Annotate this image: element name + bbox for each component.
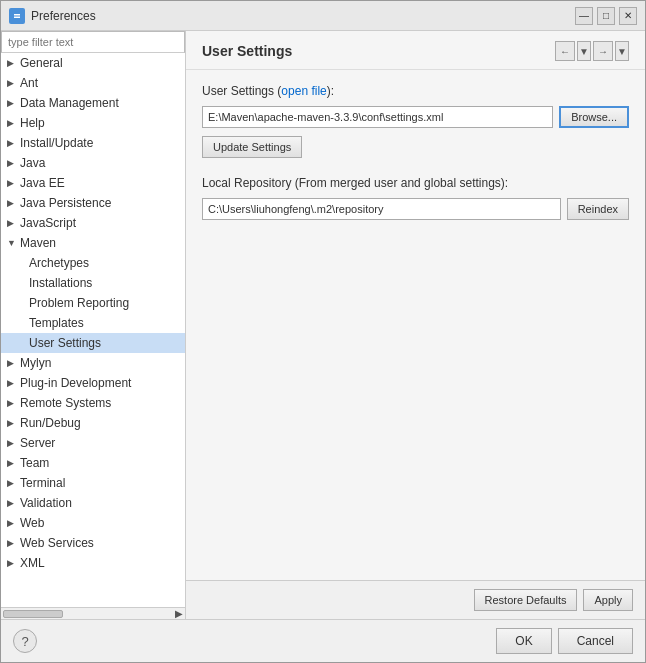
tree-scroll[interactable]: ▶ General ▶ Ant ▶ Data Management: [1, 53, 185, 607]
scroll-right-arrow[interactable]: ▶: [175, 608, 183, 619]
arrow-icon: ▶: [7, 418, 17, 428]
arrow-icon: ▶: [7, 458, 17, 468]
user-settings-text: User Settings (: [202, 84, 281, 98]
local-repo-input[interactable]: [202, 198, 561, 220]
tree-label: Help: [20, 116, 45, 130]
minimize-button[interactable]: —: [575, 7, 593, 25]
nav-forward-dropdown[interactable]: ▼: [615, 41, 629, 61]
arrow-icon: ▶: [7, 118, 17, 128]
tree-item-general[interactable]: ▶ General: [1, 53, 185, 73]
arrow-icon: ▶: [7, 358, 17, 368]
browse-button[interactable]: Browse...: [559, 106, 629, 128]
help-button[interactable]: ?: [13, 629, 37, 653]
tree-item-templates[interactable]: Templates: [1, 313, 185, 333]
dialog-footer: ? OK Cancel: [1, 619, 645, 662]
arrow-icon: ▶: [7, 138, 17, 148]
tree-item-ant[interactable]: ▶ Ant: [1, 73, 185, 93]
tree-label: Terminal: [20, 476, 65, 490]
restore-defaults-button[interactable]: Restore Defaults: [474, 589, 578, 611]
tree-item-terminal[interactable]: ▶ Terminal: [1, 473, 185, 493]
tree-label: Java EE: [20, 176, 65, 190]
tree-label: Install/Update: [20, 136, 93, 150]
tree-item-remote-systems[interactable]: ▶ Remote Systems: [1, 393, 185, 413]
tree-label: Maven: [20, 236, 56, 250]
content-area: ▶ General ▶ Ant ▶ Data Management: [1, 31, 645, 619]
page-title: User Settings: [202, 43, 292, 59]
settings-path-input[interactable]: [202, 106, 553, 128]
nav-back-dropdown[interactable]: ▼: [577, 41, 591, 61]
tree-label: Server: [20, 436, 55, 450]
tree-label: Web: [20, 516, 44, 530]
title-controls: — □ ✕: [575, 7, 637, 25]
tree-label: Templates: [29, 316, 84, 330]
horizontal-scrollbar[interactable]: ▶: [1, 607, 185, 619]
arrow-icon: ▶: [7, 78, 17, 88]
ok-button[interactable]: OK: [496, 628, 551, 654]
tree-label: Plug-in Development: [20, 376, 131, 390]
tree-label: Team: [20, 456, 49, 470]
arrow-icon: ▶: [7, 158, 17, 168]
tree-item-maven[interactable]: ▼ Maven: [1, 233, 185, 253]
tree-label: Java: [20, 156, 45, 170]
title-bar: Preferences — □ ✕: [1, 1, 645, 31]
tree-item-java[interactable]: ▶ Java: [1, 153, 185, 173]
tree-item-server[interactable]: ▶ Server: [1, 433, 185, 453]
filter-input[interactable]: [1, 31, 185, 53]
tree-item-java-persistence[interactable]: ▶ Java Persistence: [1, 193, 185, 213]
tree-item-installations[interactable]: Installations: [1, 273, 185, 293]
right-panel: User Settings ← ▼ → ▼ User Settings (ope…: [186, 31, 645, 619]
tree-label: Problem Reporting: [29, 296, 129, 310]
tree-item-archetypes[interactable]: Archetypes: [1, 253, 185, 273]
tree-item-javascript[interactable]: ▶ JavaScript: [1, 213, 185, 233]
tree-item-xml[interactable]: ▶ XML: [1, 553, 185, 573]
tree-item-plugin-development[interactable]: ▶ Plug-in Development: [1, 373, 185, 393]
tree-label: General: [20, 56, 63, 70]
tree-item-mylyn[interactable]: ▶ Mylyn: [1, 353, 185, 373]
nav-forward-button[interactable]: →: [593, 41, 613, 61]
footer-right: OK Cancel: [496, 628, 633, 654]
svg-rect-1: [14, 14, 20, 16]
tree-item-install-update[interactable]: ▶ Install/Update: [1, 133, 185, 153]
nav-back-button[interactable]: ←: [555, 41, 575, 61]
tree-label: JavaScript: [20, 216, 76, 230]
update-settings-button[interactable]: Update Settings: [202, 136, 302, 158]
apply-button[interactable]: Apply: [583, 589, 633, 611]
right-content: User Settings (open file): Browse... Upd…: [186, 70, 645, 580]
reindex-button[interactable]: Reindex: [567, 198, 629, 220]
svg-rect-2: [14, 16, 20, 18]
tree-item-java-ee[interactable]: ▶ Java EE: [1, 173, 185, 193]
tree-item-web-services[interactable]: ▶ Web Services: [1, 533, 185, 553]
tree-item-problem-reporting[interactable]: Problem Reporting: [1, 293, 185, 313]
tree-item-team[interactable]: ▶ Team: [1, 453, 185, 473]
arrow-icon: ▶: [7, 538, 17, 548]
tree-item-data-management[interactable]: ▶ Data Management: [1, 93, 185, 113]
tree-label: XML: [20, 556, 45, 570]
arrow-icon: ▶: [7, 198, 17, 208]
arrow-icon: ▶: [7, 498, 17, 508]
scrollbar-thumb[interactable]: [3, 610, 63, 618]
cancel-button[interactable]: Cancel: [558, 628, 633, 654]
tree-label: Data Management: [20, 96, 119, 110]
arrow-icon: ▶: [7, 378, 17, 388]
maximize-button[interactable]: □: [597, 7, 615, 25]
svg-rect-0: [12, 11, 22, 21]
user-settings-label: User Settings (open file):: [202, 84, 629, 98]
tree-label: Archetypes: [29, 256, 89, 270]
tree-item-user-settings[interactable]: User Settings: [1, 333, 185, 353]
window-icon: [9, 8, 25, 24]
close-button[interactable]: ✕: [619, 7, 637, 25]
arrow-icon: ▶: [7, 58, 17, 68]
update-settings-row: Update Settings: [202, 136, 629, 158]
tree-item-web[interactable]: ▶ Web: [1, 513, 185, 533]
arrow-icon: ▶: [7, 98, 17, 108]
open-file-link[interactable]: open file: [281, 84, 326, 98]
tree-label: Java Persistence: [20, 196, 111, 210]
tree-label: Remote Systems: [20, 396, 111, 410]
arrow-icon: ▶: [7, 178, 17, 188]
tree-item-run-debug[interactable]: ▶ Run/Debug: [1, 413, 185, 433]
tree-item-help[interactable]: ▶ Help: [1, 113, 185, 133]
nav-arrows: ← ▼ → ▼: [555, 41, 629, 61]
tree-item-validation[interactable]: ▶ Validation: [1, 493, 185, 513]
arrow-icon: ▶: [7, 478, 17, 488]
tree-label: Validation: [20, 496, 72, 510]
